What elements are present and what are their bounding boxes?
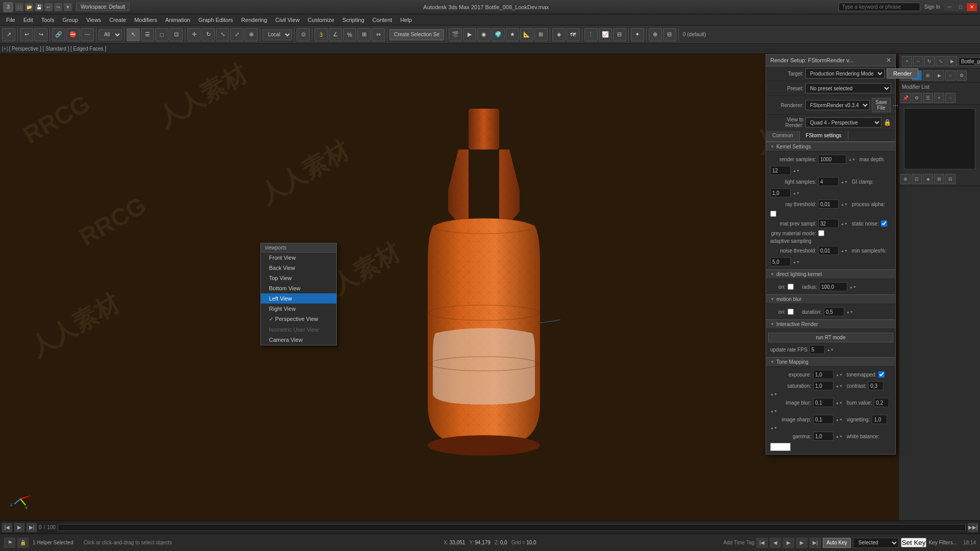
search-input[interactable] [839,3,920,11]
kernel-settings-header[interactable]: Kernel Settings [766,142,895,152]
renderer-dropdown[interactable]: FStormRender v0.3.4 [805,100,870,110]
quick-access-toolbar[interactable]: □ 📂 💾 ↩ ↪ ▼ [15,3,72,11]
selected-dropdown[interactable]: Selected [853,538,899,548]
tab-common[interactable]: Common [766,131,800,141]
rp-motion-btn[interactable]: ▶ [934,70,944,81]
placement-btn[interactable]: ⊕ [244,28,258,41]
dl-on-checkbox[interactable] [788,284,794,290]
scale-btn[interactable]: ⤡ [216,28,229,41]
tm-exposure-input[interactable] [813,370,834,379]
render-environment-btn[interactable]: 🌍 [492,28,505,41]
timeline-track[interactable] [58,524,966,531]
rp-lower-btn1[interactable]: ⊕ [900,174,911,184]
percent-snap-btn[interactable]: % [343,28,356,41]
prev-frame-btn[interactable]: ◀ [770,538,781,548]
menu-civil-view[interactable]: Civil View [271,16,303,24]
min-samples-input[interactable] [770,257,791,266]
auto-key-button[interactable]: Auto Key [823,538,851,548]
open-btn[interactable]: 📂 [25,3,33,11]
mat-prev-input[interactable] [818,219,839,228]
tm-contrast-spinner[interactable]: ▲▼ [770,392,777,396]
fps-input[interactable] [810,345,825,354]
undo-scene-btn[interactable]: ↩ [20,28,33,41]
tm-gamma-spinner[interactable]: ▲▼ [836,435,843,438]
tm-vignetting-spinner[interactable]: ▲▼ [770,426,777,430]
save-file-button[interactable]: Save File [872,98,891,112]
rp-scale-btn[interactable]: ⤡ [936,56,946,66]
menu-content[interactable]: Content [369,16,397,24]
mb-on-checkbox[interactable] [788,309,794,315]
viewport-context-menu[interactable]: viewports Front View Back View Top View … [260,243,337,345]
menu-camera-view[interactable]: Camera View [261,335,336,345]
tm-image-blur-input[interactable] [813,398,834,407]
render-panel-title[interactable]: Render Setup: FStormRender v... ✕ [766,55,895,66]
material-map-btn[interactable]: 🗺 [567,28,580,41]
render-frame-btn[interactable]: ▶ [463,28,476,41]
rp-add-btn[interactable]: + [934,93,944,103]
noise-threshold-input[interactable] [818,246,839,255]
renderer-more-btn[interactable]: ··· [893,101,899,109]
dl-radius-input[interactable] [819,282,847,291]
tm-saturation-spinner[interactable]: ▲▼ [836,384,843,388]
tone-mapping-header[interactable]: Tone Mapping [766,357,895,367]
key-filters-label[interactable]: Key Filters... [928,540,957,545]
tm-image-sharp-spinner[interactable]: ▲▼ [836,418,843,421]
status-lock-btn[interactable]: 🔒 [17,538,29,548]
tm-tonemapped-checkbox[interactable] [878,371,885,378]
process-alpha-checkbox[interactable] [770,211,776,217]
render-button[interactable]: Render [887,68,918,79]
undo-btn[interactable]: ↩ [44,3,53,11]
render-samples-spinner[interactable]: ▲▼ [848,158,855,161]
viewport[interactable]: RRCG 人人素材 RRCG 人人素材 人人素材 RRCG 人人素材 人人素材 [0,54,898,520]
tm-contrast-input[interactable] [868,381,884,390]
render-panel-close[interactable]: ✕ [886,57,891,64]
scale2-btn[interactable]: ⤢ [230,28,243,41]
max-depth-input[interactable] [770,166,791,175]
gi-clamp-input[interactable] [770,188,791,197]
menu-bottom-view[interactable]: Bottom View [261,283,336,293]
rp-list-btn[interactable]: ☰ [923,93,933,103]
effects-btn[interactable]: ★ [506,28,519,41]
mirror-btn[interactable]: ⇔ [372,28,385,41]
tm-saturation-input[interactable] [813,381,834,390]
rp-move-btn[interactable]: ↔ [913,56,923,66]
rp-lower-btn4[interactable]: ⊞ [934,174,944,184]
light-samples-spinner[interactable]: ▲▼ [841,180,848,184]
batch-render-btn[interactable]: ⊞ [534,28,548,41]
maximize-btn[interactable]: □ [955,3,966,11]
link-btn[interactable]: 🔗 [52,28,65,41]
minimize-btn[interactable]: ─ [944,3,954,11]
menu-perspective-view[interactable]: Perspective View [261,314,336,324]
gi-clamp-spinner[interactable]: ▲▼ [793,191,800,195]
grey-material-checkbox[interactable] [818,230,824,236]
new-btn[interactable]: □ [15,3,23,11]
menu-back-view[interactable]: Back View [261,263,336,273]
dl-radius-spinner[interactable]: ▲▼ [849,285,856,289]
fps-spinner[interactable]: ▲▼ [827,348,834,352]
active-shade-btn[interactable]: ◉ [477,28,491,41]
curve-editor-btn[interactable]: 📈 [599,28,612,41]
menu-help[interactable]: Help [396,16,416,24]
ray-threshold-input[interactable] [818,199,839,209]
tl-next-btn[interactable]: ▶| [27,523,37,532]
preset-dropdown[interactable]: No preset selected [805,83,891,93]
bind-to-space-warp[interactable]: 〰 [81,28,94,41]
rp-create-btn[interactable]: + [902,56,912,66]
max-depth-spinner[interactable]: ▲▼ [793,169,800,172]
rp-lower-btn5[interactable]: ⊟ [945,174,955,184]
rp-rotate-btn[interactable]: ↻ [924,56,935,66]
motion-blur-header[interactable]: motion blur [766,294,895,304]
menu-modifiers[interactable]: Modifiers [130,16,161,24]
rp-pin-btn[interactable]: 📌 [900,93,911,103]
tl-play-btn[interactable]: ▶ [14,523,24,532]
rp-lower-btn3[interactable]: ◈ [923,174,933,184]
set-key-button[interactable]: Set Key [901,538,927,547]
play-end-btn[interactable]: ▶| [810,538,821,548]
rp-anim-btn[interactable]: ▶ [947,56,957,66]
menu-rendering[interactable]: Rendering [237,16,272,24]
play-start-btn[interactable]: |◀ [756,538,768,548]
window-controls[interactable]: ─ □ ✕ [944,3,977,11]
rp-lower-btn2[interactable]: ⊡ [912,174,922,184]
status-icon-btn[interactable]: ⚑ [4,538,15,548]
menu-edit[interactable]: Edit [19,16,37,24]
